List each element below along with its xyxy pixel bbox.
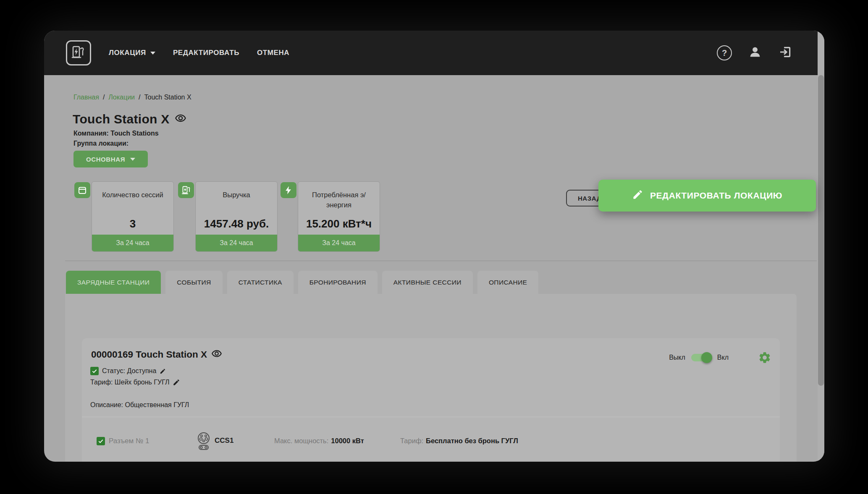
- breadcrumb-separator: /: [103, 94, 105, 101]
- app-logo[interactable]: [66, 40, 91, 65]
- nav-location-label: ЛОКАЦИЯ: [109, 49, 146, 57]
- stat-value: 1457.48 руб.: [196, 217, 277, 230]
- calendar-icon: [74, 182, 90, 198]
- stat-title: Потреблённая э/энергия: [298, 190, 380, 210]
- chevron-down-icon: [150, 52, 155, 55]
- power-value: 10000 кВт: [331, 437, 364, 444]
- connector-ok-checkbox[interactable]: [97, 437, 105, 445]
- connector-max-power: Макс. мощность:10000 кВт: [274, 437, 364, 445]
- breadcrumb-current: Touch Station X: [144, 94, 191, 101]
- stat-period-badge: За 24 часа: [92, 235, 173, 251]
- tab-reservations[interactable]: БРОНИРОВАНИЯ: [298, 271, 378, 294]
- breadcrumb-separator: /: [139, 94, 140, 101]
- tab-events[interactable]: СОБЫТИЯ: [165, 271, 222, 294]
- top-navbar: ЛОКАЦИЯ РЕДАКТИРОВАТЬ ОТМЕНА ?: [44, 31, 818, 75]
- company-line: Компания: Touch Stations: [73, 130, 818, 137]
- tariff-label: Тариф:: [400, 437, 423, 444]
- station-tariff-text: Тариф: Шейх бронь ГУГЛ: [90, 379, 169, 386]
- card-divider: [82, 417, 780, 417]
- power-label: Макс. мощность:: [274, 437, 328, 444]
- nav-cancel-label: ОТМЕНА: [257, 49, 289, 57]
- toggle-knob: [701, 352, 712, 363]
- help-glyph: ?: [722, 48, 727, 58]
- stat-card-sessions: Количество сессий 3 За 24 часа: [74, 181, 174, 252]
- tab-charging-stations[interactable]: ЗАРЯДНЫЕ СТАНЦИИ: [66, 271, 161, 294]
- connector-name: Разъем № 1: [109, 437, 149, 445]
- visibility-eye-icon[interactable]: [175, 112, 186, 126]
- breadcrumb-locations-link[interactable]: Локации: [108, 94, 135, 101]
- stat-value: 3: [92, 217, 173, 230]
- edit-location-button[interactable]: РЕДАКТИРОВАТЬ ЛОКАЦИЮ: [598, 180, 816, 212]
- help-icon[interactable]: ?: [717, 45, 732, 60]
- power-toggle[interactable]: [690, 352, 712, 363]
- chevron-down-icon: [130, 158, 135, 161]
- stat-card-energy: Потреблённая э/энергия 15.200 кВт*ч За 2…: [281, 181, 380, 252]
- charging-station-icon: [178, 182, 194, 198]
- stat-title: Количество сессий: [92, 190, 173, 200]
- connector-type: CCS1: [215, 436, 233, 445]
- breadcrumb: Главная / Локации / Touch Station X: [73, 94, 818, 101]
- breadcrumb-home-link[interactable]: Главная: [73, 94, 99, 101]
- tab-statistics[interactable]: СТАТИСТИКА: [227, 271, 294, 294]
- tab-active-sessions[interactable]: АКТИВНЫЕ СЕССИИ: [382, 271, 473, 294]
- status-checkbox[interactable]: [90, 367, 99, 375]
- tab-bar: ЗАРЯДНЫЕ СТАНЦИИ СОБЫТИЯ СТАТИСТИКА БРОН…: [66, 271, 538, 294]
- charging-station-logo-icon: [71, 44, 86, 61]
- scrollbar-thumb[interactable]: [818, 75, 824, 386]
- station-card: 00000169 Touch Station X Статус: Доступн…: [82, 338, 780, 462]
- visibility-eye-icon[interactable]: [211, 348, 222, 361]
- stat-title: Выручка: [196, 190, 277, 200]
- ccs1-connector-icon: [196, 431, 211, 452]
- nav-edit-label: РЕДАКТИРОВАТЬ: [173, 49, 239, 57]
- location-group-select[interactable]: ОСНОВНАЯ: [73, 151, 148, 167]
- stat-period-badge: За 24 часа: [298, 235, 380, 251]
- logout-icon[interactable]: [778, 45, 792, 61]
- nav-cancel[interactable]: ОТМЕНА: [257, 49, 289, 57]
- charging-stations-panel: 00000169 Touch Station X Статус: Доступн…: [65, 294, 797, 462]
- page-title: Touch Station X: [73, 112, 170, 126]
- settings-gear-icon[interactable]: [758, 351, 771, 364]
- connector-tariff: Тариф:Бесплатно без бронь ГУГЛ: [400, 437, 518, 445]
- location-group-value: ОСНОВНАЯ: [86, 156, 125, 163]
- tariff-value: Бесплатно без бронь ГУГЛ: [426, 437, 518, 444]
- station-title: 00000169 Touch Station X: [91, 349, 207, 360]
- stat-card: Выручка 1457.48 руб. За 24 часа: [195, 181, 278, 252]
- app-window: ЛОКАЦИЯ РЕДАКТИРОВАТЬ ОТМЕНА ?: [44, 31, 824, 462]
- nav-location-menu[interactable]: ЛОКАЦИЯ: [109, 49, 155, 57]
- station-description: Описание: Общественная ГУГЛ: [90, 401, 189, 409]
- station-status-text: Статус: Доступна: [102, 367, 156, 375]
- stat-card-revenue: Выручка 1457.48 руб. За 24 часа: [178, 181, 278, 252]
- section-divider: [65, 261, 817, 261]
- stat-card: Потреблённая э/энергия 15.200 кВт*ч За 2…: [298, 181, 380, 252]
- connector-row-1: Разъем № 1 CCS1: [82, 431, 780, 451]
- stat-card: Количество сессий 3 За 24 часа: [92, 181, 174, 252]
- tab-description[interactable]: ОПИСАНИЕ: [477, 271, 538, 294]
- toggle-off-label: Выкл: [669, 354, 685, 361]
- pencil-icon: [632, 189, 643, 202]
- main-content: Главная / Локации / Touch Station X Touc…: [44, 75, 818, 253]
- stat-value: 15.200 кВт*ч: [298, 217, 380, 230]
- page-scrollbar[interactable]: [818, 31, 824, 462]
- user-profile-icon[interactable]: [748, 45, 762, 61]
- edit-location-label: РЕДАКТИРОВАТЬ ЛОКАЦИЮ: [650, 191, 782, 201]
- edit-tariff-pencil-icon[interactable]: [173, 379, 180, 386]
- nav-edit[interactable]: РЕДАКТИРОВАТЬ: [173, 49, 239, 57]
- toggle-on-label: Вкл: [717, 354, 729, 361]
- stat-period-badge: За 24 часа: [196, 235, 277, 251]
- location-group-label: Группа локации:: [73, 140, 818, 147]
- edit-status-pencil-icon[interactable]: [160, 368, 166, 374]
- lightning-icon: [281, 182, 296, 198]
